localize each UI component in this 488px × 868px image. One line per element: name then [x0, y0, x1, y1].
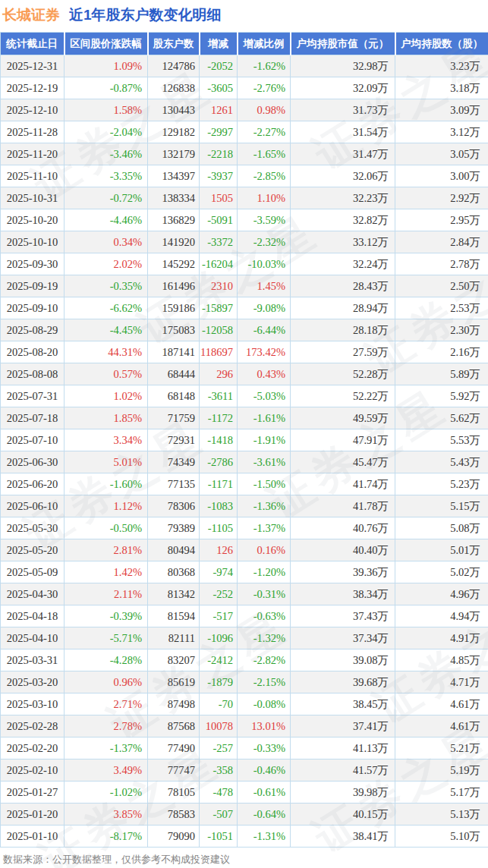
- table-row: 2025-07-181.85%71759-1172-1.61%49.59万5.6…: [1, 407, 488, 429]
- table-row: 2025-03-31-4.28%83207-2412-2.82%39.08万4.…: [1, 649, 488, 671]
- avg-market-value-cell: 40.15万: [291, 804, 395, 826]
- avg-shares-cell: 3.09万: [395, 99, 488, 121]
- date-cell: 2025-12-19: [1, 77, 65, 99]
- avg-market-value-cell: 37.34万: [291, 627, 395, 649]
- shareholder-count-table: 统计截止日区间股价涨跌幅股东户数增减增减比例户均持股市值（元）户均持股数（股） …: [0, 32, 488, 848]
- holders-count-cell: 80494: [148, 539, 200, 561]
- delta-pct-cell: -9.08%: [238, 297, 291, 319]
- date-cell: 2025-05-20: [1, 539, 65, 561]
- avg-market-value-cell: 31.73万: [291, 99, 395, 121]
- avg-shares-cell: 5.53万: [395, 429, 488, 451]
- avg-market-value-cell: 41.74万: [291, 473, 395, 495]
- price-change-cell: 2.81%: [65, 539, 148, 561]
- date-cell: 2025-02-28: [1, 715, 65, 737]
- holders-count-cell: 68148: [148, 385, 200, 407]
- avg-market-value-cell: 32.09万: [291, 77, 395, 99]
- delta-pct-cell: 1.45%: [238, 275, 291, 297]
- data-source-note: 数据来源：公开数据整理，仅供参考不构成投资建议: [3, 853, 488, 866]
- holders-count-cell: 83207: [148, 649, 200, 671]
- delta-cell: -2997: [200, 121, 238, 143]
- avg-market-value-cell: 41.78万: [291, 495, 395, 517]
- price-change-cell: -0.50%: [65, 517, 148, 539]
- delta-pct-cell: -2.76%: [238, 77, 291, 99]
- holders-count-cell: 77135: [148, 473, 200, 495]
- holders-count-cell: 81594: [148, 605, 200, 627]
- holders-count-cell: 81342: [148, 583, 200, 605]
- price-change-cell: -1.37%: [65, 737, 148, 760]
- avg-shares-cell: 4.61万: [395, 693, 488, 715]
- avg-market-value-cell: 49.59万: [291, 407, 395, 429]
- date-cell: 2025-08-29: [1, 319, 65, 341]
- table-row: 2025-02-282.78%875681007813.01%37.41万4.6…: [1, 715, 488, 737]
- column-header: 增减比例: [238, 33, 291, 55]
- price-change-cell: -4.28%: [65, 649, 148, 671]
- delta-pct-cell: -3.61%: [238, 451, 291, 473]
- delta-pct-cell: -2.27%: [238, 121, 291, 143]
- holders-count-cell: 129182: [148, 121, 200, 143]
- holders-count-cell: 74349: [148, 451, 200, 473]
- price-change-cell: -0.39%: [65, 605, 148, 627]
- avg-market-value-cell: 37.43万: [291, 605, 395, 627]
- delta-pct-cell: -2.32%: [238, 231, 291, 253]
- table-row: 2025-10-100.34%141920-3372-2.32%33.12万2.…: [1, 231, 488, 253]
- holders-count-cell: 87498: [148, 693, 200, 715]
- table-row: 2025-10-20-4.46%136829-5091-3.59%32.82万2…: [1, 209, 488, 231]
- delta-cell: -12058: [200, 319, 238, 341]
- delta-cell: -252: [200, 583, 238, 605]
- table-header-row: 统计截止日区间股价涨跌幅股东户数增减增减比例户均持股市值（元）户均持股数（股）: [1, 33, 488, 55]
- table-row: 2025-06-101.12%78306-1083-1.36%41.78万5.1…: [1, 495, 488, 517]
- column-header: 户均持股市值（元）: [291, 33, 395, 55]
- holders-count-cell: 77490: [148, 737, 200, 760]
- avg-market-value-cell: 39.98万: [291, 782, 395, 804]
- date-cell: 2025-05-09: [1, 561, 65, 583]
- date-cell: 2025-10-10: [1, 231, 65, 253]
- table-row: 2025-10-31-0.72%13833415051.10%32.23万2.9…: [1, 187, 488, 209]
- avg-shares-cell: 2.95万: [395, 209, 488, 231]
- delta-cell: -1096: [200, 627, 238, 649]
- delta-cell: 126: [200, 539, 238, 561]
- table-row: 2025-04-18-0.39%81594-517-0.63%37.43万4.9…: [1, 605, 488, 627]
- avg-shares-cell: 5.62万: [395, 407, 488, 429]
- avg-shares-cell: 5.19万: [395, 760, 488, 782]
- avg-shares-cell: 3.18万: [395, 77, 488, 99]
- table-row: 2025-11-28-2.04%129182-2997-2.27%31.54万3…: [1, 121, 488, 143]
- avg-shares-cell: 2.84万: [395, 231, 488, 253]
- delta-pct-cell: -3.59%: [238, 209, 291, 231]
- avg-market-value-cell: 52.28万: [291, 363, 395, 385]
- table-row: 2025-06-20-1.60%77135-1171-1.50%41.74万5.…: [1, 473, 488, 495]
- avg-shares-cell: 2.16万: [395, 341, 488, 363]
- holders-count-cell: 78306: [148, 495, 200, 517]
- avg-market-value-cell: 41.57万: [291, 760, 395, 782]
- table-row: 2025-09-302.02%145292-16204-10.03%32.24万…: [1, 253, 488, 275]
- date-cell: 2025-07-18: [1, 407, 65, 429]
- delta-pct-cell: -0.08%: [238, 693, 291, 715]
- price-change-cell: 2.02%: [65, 253, 148, 275]
- table-row: 2025-06-305.01%74349-2786-3.61%45.47万5.4…: [1, 451, 488, 473]
- delta-cell: -3611: [200, 385, 238, 407]
- table-row: 2025-02-20-1.37%77490-257-0.33%41.13万5.2…: [1, 737, 488, 760]
- avg-shares-cell: 5.08万: [395, 517, 488, 539]
- avg-market-value-cell: 28.94万: [291, 297, 395, 319]
- delta-cell: -1171: [200, 473, 238, 495]
- delta-cell: -1051: [200, 826, 238, 848]
- date-cell: 2025-04-10: [1, 627, 65, 649]
- delta-cell: -2218: [200, 143, 238, 165]
- price-change-cell: 44.31%: [65, 341, 148, 363]
- table-row: 2025-05-202.81%804941260.16%40.40万5.01万: [1, 539, 488, 561]
- price-change-cell: -0.87%: [65, 77, 148, 99]
- date-cell: 2025-11-10: [1, 165, 65, 187]
- price-change-cell: -8.17%: [65, 826, 148, 848]
- delta-cell: -70: [200, 693, 238, 715]
- holders-count-cell: 85619: [148, 671, 200, 693]
- delta-pct-cell: 13.01%: [238, 715, 291, 737]
- holder-table-body: 2025-12-311.09%124786-2052-1.62%32.98万3.…: [1, 55, 488, 848]
- delta-cell: -16204: [200, 253, 238, 275]
- table-row: 2025-07-311.02%68148-3611-5.03%52.22万5.9…: [1, 385, 488, 407]
- avg-shares-cell: 4.61万: [395, 715, 488, 737]
- date-cell: 2025-09-30: [1, 253, 65, 275]
- avg-shares-cell: 5.17万: [395, 782, 488, 804]
- avg-market-value-cell: 38.34万: [291, 583, 395, 605]
- delta-pct-cell: -0.64%: [238, 804, 291, 826]
- holders-count-cell: 77747: [148, 760, 200, 782]
- holders-count-cell: 187141: [148, 341, 200, 363]
